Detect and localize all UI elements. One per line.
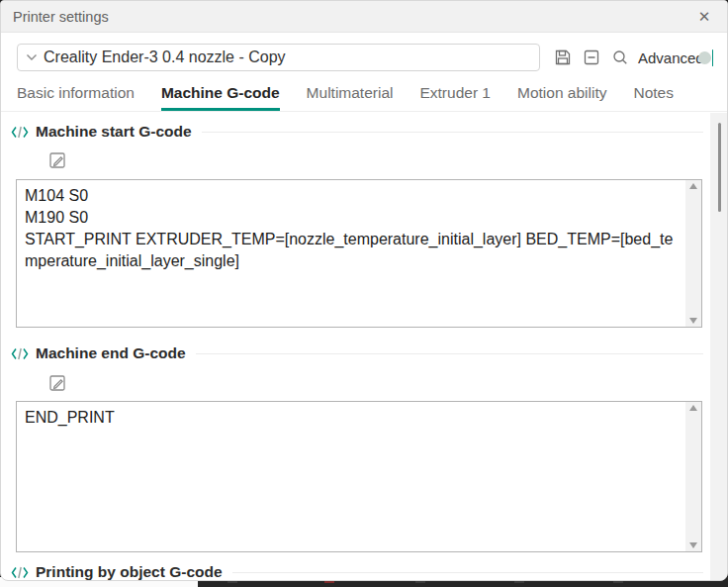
tab-basic-information[interactable]: Basic information bbox=[17, 84, 135, 111]
tab-multimaterial[interactable]: Multimaterial bbox=[307, 84, 394, 111]
page-scrollbar-thumb[interactable] bbox=[718, 123, 721, 212]
machine-end-gcode-box: END_PRINT bbox=[16, 401, 702, 552]
scroll-up-icon[interactable] bbox=[689, 405, 697, 411]
scroll-down-icon[interactable] bbox=[689, 542, 697, 548]
textarea-scrollbar[interactable] bbox=[685, 180, 701, 327]
settings-tabs: Basic information Machine G-code Multima… bbox=[17, 85, 727, 111]
advanced-toggle[interactable] bbox=[712, 49, 713, 66]
dialog-title: Printer settings bbox=[13, 9, 693, 25]
section-machine-start-gcode: Machine start G-code bbox=[11, 123, 703, 141]
tab-extruder-1[interactable]: Extruder 1 bbox=[419, 84, 491, 111]
toggle-knob bbox=[698, 51, 711, 64]
code-icon bbox=[11, 125, 29, 140]
edit-row bbox=[48, 151, 727, 169]
remove-preset-icon[interactable] bbox=[582, 48, 601, 67]
edit-row bbox=[48, 374, 727, 392]
machine-start-gcode-input[interactable]: M104 S0 M190 S0 START_PRINT EXTRUDER_TEM… bbox=[17, 180, 685, 327]
section-title: Printing by object G-code bbox=[36, 563, 223, 581]
machine-end-gcode-input[interactable]: END_PRINT bbox=[17, 402, 685, 551]
screen: Printer settings ✕ Creality Ender-3 0.4 … bbox=[0, 0, 728, 587]
machine-gcode-panel: Machine start G-code M104 S0 M190 S0 STA… bbox=[1, 112, 727, 581]
section-title: Machine start G-code bbox=[36, 123, 192, 141]
chevron-down-icon bbox=[26, 53, 38, 61]
section-title: Machine end G-code bbox=[36, 344, 186, 362]
code-icon bbox=[11, 346, 29, 361]
edit-icon[interactable] bbox=[48, 151, 727, 169]
machine-start-gcode-box: M104 S0 M190 S0 START_PRINT EXTRUDER_TEM… bbox=[16, 179, 702, 328]
titlebar: Printer settings ✕ bbox=[1, 1, 727, 33]
page-scrollbar[interactable] bbox=[710, 113, 727, 580]
advanced-label: Advanced bbox=[638, 49, 704, 66]
code-icon bbox=[11, 565, 29, 580]
edit-icon[interactable] bbox=[48, 374, 727, 392]
tab-notes[interactable]: Notes bbox=[633, 84, 674, 111]
section-divider bbox=[196, 353, 703, 354]
preset-selector-value: Creality Ender-3 0.4 nozzle - Copy bbox=[44, 49, 286, 66]
textarea-scrollbar[interactable] bbox=[685, 402, 701, 551]
preset-selector[interactable]: Creality Ender-3 0.4 nozzle - Copy bbox=[17, 44, 540, 71]
section-printing-by-object-gcode: Printing by object G-code bbox=[11, 563, 703, 581]
scroll-up-icon[interactable] bbox=[689, 183, 697, 189]
close-icon[interactable]: ✕ bbox=[693, 6, 715, 28]
printer-settings-dialog: Printer settings ✕ Creality Ender-3 0.4 … bbox=[0, 0, 728, 581]
section-divider bbox=[232, 572, 703, 573]
tab-motion-ability[interactable]: Motion ability bbox=[517, 84, 606, 111]
preset-toolbar: Creality Ender-3 0.4 nozzle - Copy bbox=[17, 44, 713, 71]
search-icon[interactable] bbox=[610, 48, 630, 67]
scroll-down-icon[interactable] bbox=[689, 318, 697, 324]
section-divider bbox=[202, 132, 703, 133]
toolbar-icons bbox=[553, 48, 630, 67]
tab-machine-gcode[interactable]: Machine G-code bbox=[161, 84, 280, 111]
save-icon[interactable] bbox=[553, 48, 573, 67]
section-machine-end-gcode: Machine end G-code bbox=[11, 344, 703, 362]
